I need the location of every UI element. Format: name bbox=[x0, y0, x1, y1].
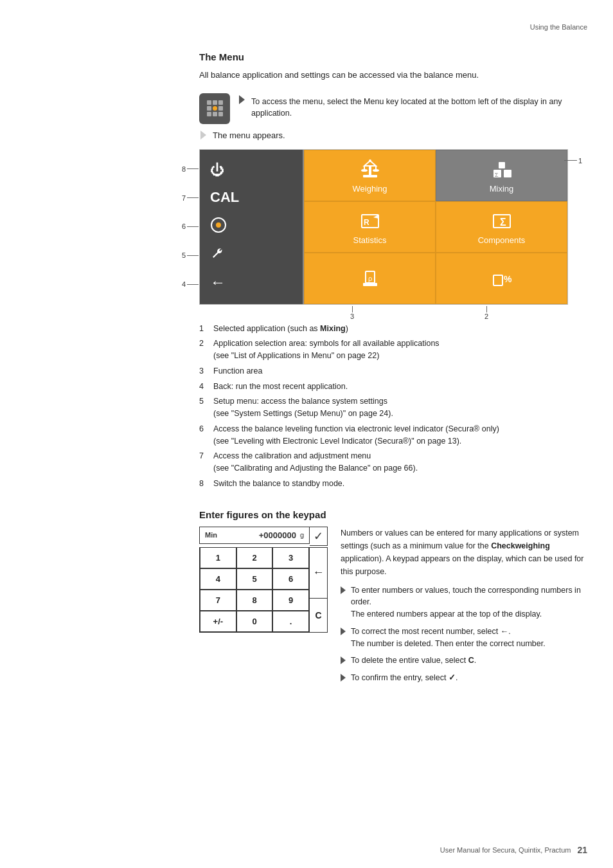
keypad-grid-wrapper: 1 2 3 4 5 6 7 8 9 +/- 0 . bbox=[199, 547, 328, 633]
svg-point-5 bbox=[369, 159, 371, 162]
num-label-7: 7 bbox=[182, 194, 186, 202]
statistics-icon: R bbox=[358, 208, 382, 233]
menu-result-line: The menu appears. bbox=[200, 131, 587, 140]
app-statistics[interactable]: R Statistics bbox=[304, 201, 436, 253]
wrench-icon bbox=[210, 246, 226, 262]
num1-annotation: 1 bbox=[564, 157, 582, 165]
label-3-container: 3 bbox=[301, 306, 404, 320]
level-row bbox=[210, 217, 292, 233]
right-panel: Weighing Σ Mixing bbox=[304, 150, 567, 304]
checkmark-button[interactable]: ✓ bbox=[310, 527, 328, 546]
label-3: 3 bbox=[350, 312, 354, 320]
side-buttons: ← C bbox=[310, 547, 328, 633]
cal-row: CAL bbox=[210, 190, 292, 204]
svg-rect-12 bbox=[504, 170, 511, 177]
page-header: Using the Balance bbox=[530, 23, 587, 31]
annotation-1: 1 Selected application (such as Mixing) bbox=[199, 323, 587, 335]
power-row: ⏻ bbox=[210, 163, 292, 177]
annotation-4: 4 Back: run the most recent application. bbox=[199, 381, 587, 393]
menu-diagram: 8 7 6 5 4 bbox=[199, 149, 587, 320]
key-plusminus[interactable]: +/- bbox=[200, 611, 236, 632]
percent-icon: % bbox=[490, 266, 514, 291]
annotation-2: 2 Application selection area: symbols fo… bbox=[199, 338, 587, 362]
bullet-arrow-4 bbox=[341, 674, 346, 682]
app-components[interactable]: Σ Components bbox=[436, 201, 567, 253]
keypad-grid: 1 2 3 4 5 6 7 8 9 +/- 0 . bbox=[199, 547, 310, 633]
annotation-3: 3 Function area bbox=[199, 365, 587, 377]
svg-rect-20 bbox=[363, 283, 377, 286]
annotation-6: 6 Access the balance leveling function v… bbox=[199, 423, 587, 448]
keypad-section-content: Min +0000000 g ✓ 1 2 3 4 bbox=[199, 527, 587, 689]
page-number: 21 bbox=[577, 845, 587, 855]
svg-point-8 bbox=[361, 169, 368, 172]
back-icon: ← bbox=[210, 275, 226, 290]
annotation-8: 8 Switch the balance to standby mode. bbox=[199, 478, 587, 490]
menu-section-title: The Menu bbox=[199, 51, 587, 62]
key-dot[interactable]: . bbox=[272, 611, 309, 632]
svg-text:%: % bbox=[504, 274, 512, 284]
keypad: Min +0000000 g ✓ 1 2 3 4 bbox=[199, 527, 328, 633]
num-label-8: 8 bbox=[182, 165, 186, 173]
keypad-display: Min +0000000 g bbox=[199, 527, 310, 544]
label-2-container: 2 bbox=[404, 306, 569, 320]
bullet-arrow-2 bbox=[341, 628, 346, 635]
key-8[interactable]: 8 bbox=[236, 590, 273, 611]
key-9[interactable]: 9 bbox=[272, 590, 309, 611]
num-label-1: 1 bbox=[578, 157, 582, 165]
key-5[interactable]: 5 bbox=[236, 568, 273, 590]
bullet-text-3: To delete the entire value, select C. bbox=[351, 655, 476, 667]
label-2-line bbox=[486, 306, 487, 312]
app-density[interactable]: ρ bbox=[304, 253, 436, 304]
bullet-2: To correct the most recent number, selec… bbox=[341, 626, 587, 650]
kp-value: +0000000 bbox=[217, 530, 296, 540]
key-0[interactable]: 0 bbox=[236, 611, 273, 632]
footer: User Manual for Secura, Quintix, Practum… bbox=[0, 845, 613, 855]
bullet-text-1: To enter numbers or values, touch the co… bbox=[351, 584, 587, 620]
annotation-7: 7 Access the calibration and adjustment … bbox=[199, 450, 587, 475]
mixing-label: Mixing bbox=[490, 184, 514, 194]
weighing-icon bbox=[358, 157, 382, 181]
footer-text: User Manual for Secura, Quintix, Practum bbox=[440, 846, 571, 854]
header-text: Using the Balance bbox=[530, 23, 587, 31]
key-4[interactable]: 4 bbox=[200, 568, 236, 590]
kp-unit: g bbox=[300, 531, 304, 539]
left-panel: ⏻ CAL bbox=[200, 150, 303, 304]
level-icon bbox=[210, 217, 227, 233]
key-2[interactable]: 2 bbox=[236, 547, 273, 568]
key-1[interactable]: 1 bbox=[200, 547, 236, 568]
backspace-button[interactable]: ← bbox=[310, 547, 328, 599]
menu-instruction-block: To access the menu, select the Menu key … bbox=[199, 93, 587, 124]
weighing-label: Weighing bbox=[353, 184, 387, 194]
app-percent[interactable]: % bbox=[436, 253, 567, 304]
bullet-4: To confirm the entry, select ✓. bbox=[341, 672, 587, 684]
clear-button[interactable]: C bbox=[310, 599, 328, 633]
menu-instruction-text: To access the menu, select the Menu key … bbox=[251, 93, 587, 120]
bullet-3: To delete the entire value, select C. bbox=[341, 655, 587, 667]
menu-key-icon bbox=[199, 93, 230, 124]
bullet-arrow-3 bbox=[341, 656, 346, 664]
svg-text:Σ: Σ bbox=[495, 172, 499, 178]
menu-section: The Menu All balance application and set… bbox=[199, 51, 587, 490]
annotations-list: 1 Selected application (such as Mixing) … bbox=[199, 323, 587, 490]
bullet-1: To enter numbers or values, touch the co… bbox=[341, 584, 587, 620]
key-6[interactable]: 6 bbox=[272, 568, 309, 590]
setup-row bbox=[210, 246, 292, 262]
keypad-instructions: Numbers or values can be entered for man… bbox=[341, 527, 587, 689]
svg-rect-21 bbox=[493, 275, 502, 285]
menu-result-text: The menu appears. bbox=[213, 131, 285, 140]
key-3[interactable]: 3 bbox=[272, 547, 309, 568]
components-icon: Σ bbox=[490, 208, 514, 233]
app-mixing[interactable]: Σ Mixing 1 bbox=[436, 150, 567, 201]
statistics-label: Statistics bbox=[353, 235, 386, 245]
svg-text:Σ: Σ bbox=[500, 217, 506, 228]
keypad-section: Enter figures on the keypad Min +0000000… bbox=[199, 509, 587, 689]
app-weighing[interactable]: Weighing bbox=[304, 150, 436, 201]
num-label-6: 6 bbox=[182, 222, 186, 230]
svg-text:ρ: ρ bbox=[368, 275, 372, 282]
density-icon: ρ bbox=[358, 266, 382, 291]
svg-point-9 bbox=[373, 169, 379, 172]
svg-point-1 bbox=[216, 222, 221, 228]
key-7[interactable]: 7 bbox=[200, 590, 236, 611]
kp-min-label: Min bbox=[205, 531, 217, 539]
result-arrow-icon bbox=[200, 131, 206, 140]
